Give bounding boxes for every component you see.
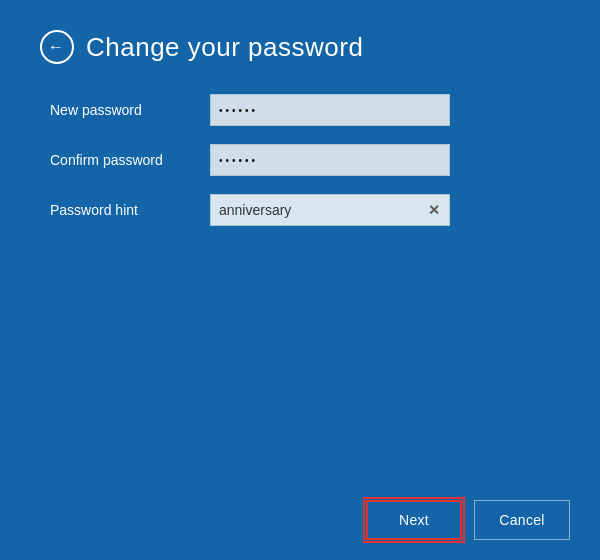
password-hint-input[interactable] — [210, 194, 450, 226]
next-button[interactable]: Next — [366, 500, 462, 540]
new-password-label: New password — [50, 102, 210, 118]
header: ← Change your password — [40, 30, 560, 64]
confirm-password-input[interactable] — [210, 144, 450, 176]
page-title: Change your password — [86, 32, 363, 63]
confirm-password-label: Confirm password — [50, 152, 210, 168]
page-container: ← Change your password New password Conf… — [0, 0, 600, 560]
new-password-input-wrapper — [210, 94, 450, 126]
cancel-button[interactable]: Cancel — [474, 500, 570, 540]
clear-hint-button[interactable]: ✕ — [424, 201, 444, 219]
footer: Next Cancel — [336, 480, 600, 560]
back-arrow-icon: ← — [48, 39, 64, 55]
confirm-password-input-wrapper — [210, 144, 450, 176]
new-password-input[interactable] — [210, 94, 450, 126]
password-hint-row: Password hint ✕ — [50, 194, 560, 226]
back-button[interactable]: ← — [40, 30, 74, 64]
confirm-password-row: Confirm password — [50, 144, 560, 176]
password-hint-label: Password hint — [50, 202, 210, 218]
form-container: New password Confirm password Password h… — [50, 94, 560, 244]
hint-input-wrapper: ✕ — [210, 194, 450, 226]
new-password-row: New password — [50, 94, 560, 126]
